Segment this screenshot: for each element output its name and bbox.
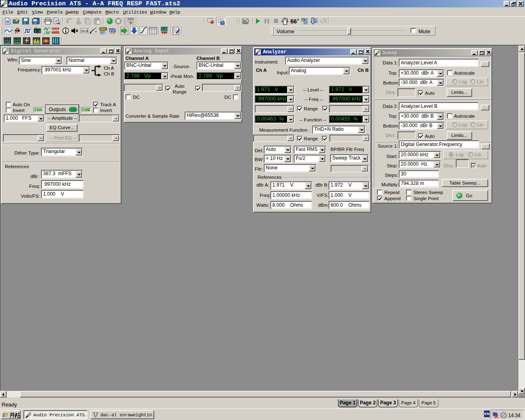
svg-text:1.00: 1.00 [162, 28, 168, 31]
svg-text:66: 66 [290, 18, 297, 24]
svg-text:DCX: DCX [82, 29, 88, 33]
svg-text:1.99: 1.99 [35, 29, 42, 33]
